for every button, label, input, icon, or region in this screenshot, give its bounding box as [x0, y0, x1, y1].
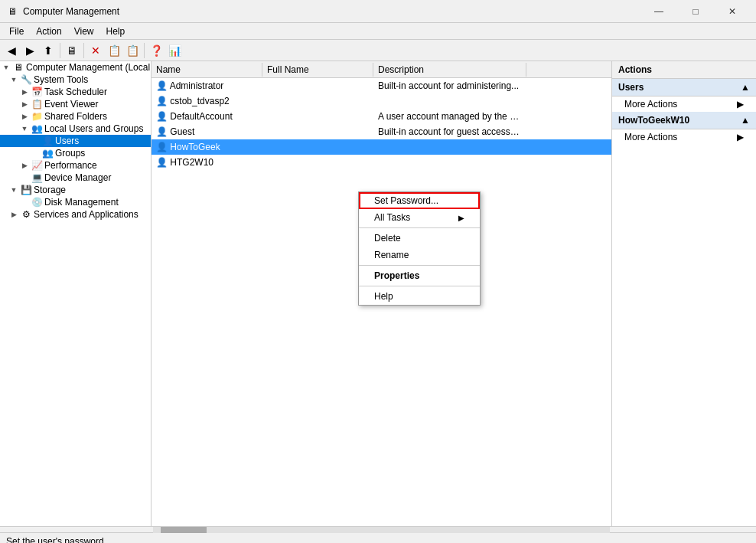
- main-container: ▼ 🖥 Computer Management (Local ▼ 🔧 Syste…: [0, 61, 756, 526]
- table-row[interactable]: 👤 Guest Built-in account for guest acces…: [152, 124, 611, 139]
- context-menu-set-password[interactable]: Set Password...: [359, 192, 480, 209]
- tree-item-taskscheduler[interactable]: ▶ 📅 Task Scheduler: [0, 86, 151, 98]
- table-row[interactable]: 👤 HTG2W10: [152, 155, 611, 170]
- menu-file[interactable]: File: [3, 25, 30, 38]
- tree-item-sharedfolders[interactable]: ▶ 📁 Shared Folders: [0, 110, 151, 123]
- tree-item-services[interactable]: ▶ ⚙ Services and Applications: [0, 208, 151, 221]
- user-icon: 👤: [156, 96, 168, 106]
- user-name: 👤 Administrator: [152, 80, 262, 92]
- actions-section-users[interactable]: Users ▲: [612, 79, 756, 96]
- context-menu-help[interactable]: Help: [359, 288, 480, 305]
- expand-icon: ▶: [8, 211, 20, 218]
- menu-bar: File Action View Help: [0, 23, 756, 40]
- tree-item-storage[interactable]: ▼ 💾 Storage: [0, 184, 151, 196]
- user-description: A user account managed by the s...: [373, 110, 526, 123]
- scroll-area[interactable]: [0, 526, 756, 532]
- tree-item-users[interactable]: 👤 Users: [0, 135, 151, 147]
- app-icon: 🖥: [6, 5, 18, 18]
- table-row[interactable]: 👤 cstob_tdvasp2: [152, 93, 611, 109]
- context-menu-delete[interactable]: Delete: [359, 230, 480, 247]
- context-menu-separator: [359, 286, 480, 286]
- table-row-selected[interactable]: 👤 HowToGeek: [152, 139, 611, 155]
- actions-section-user-chevron: ▲: [741, 115, 750, 126]
- tree-item-root[interactable]: ▼ 🖥 Computer Management (Local: [0, 61, 151, 74]
- tree-label: Performance: [44, 160, 97, 171]
- window-title: Computer Management: [23, 6, 641, 17]
- up-button[interactable]: ⬆: [40, 42, 57, 59]
- back-button[interactable]: ◀: [3, 42, 20, 59]
- expand-icon: ▶: [18, 113, 31, 120]
- tree-item-devicemanager[interactable]: 💻 Device Manager: [0, 172, 151, 184]
- tree-item-localusers[interactable]: ▼ 👥 Local Users and Groups: [0, 123, 151, 135]
- menu-help[interactable]: Help: [100, 25, 132, 38]
- maximize-button[interactable]: □: [678, 0, 713, 23]
- actions-title: Actions: [612, 61, 756, 79]
- tree-icon: 🔧: [20, 74, 32, 85]
- more-actions-arrow-icon: ▶: [737, 99, 744, 110]
- properties-button[interactable]: 📋: [124, 42, 141, 59]
- tree-item-groups[interactable]: 👥 Groups: [0, 147, 151, 159]
- context-menu: Set Password... All Tasks ▶ Delete Renam…: [358, 191, 481, 306]
- tree-label: System Tools: [34, 74, 88, 85]
- tree-label: Services and Applications: [34, 209, 138, 220]
- context-menu-all-tasks[interactable]: All Tasks ▶: [359, 209, 480, 226]
- close-button[interactable]: ✕: [715, 0, 750, 23]
- user-fullname: [262, 100, 373, 102]
- toolbar-sep2: [83, 43, 84, 58]
- actions-section-users-label: Users: [618, 82, 644, 93]
- help-button[interactable]: ❓: [148, 42, 165, 59]
- forward-button[interactable]: ▶: [21, 42, 38, 59]
- tree-item-performance[interactable]: ▶ 📈 Performance: [0, 159, 151, 172]
- scrollbar-thumb[interactable]: [161, 527, 207, 533]
- computer-button[interactable]: 🖥: [64, 42, 80, 59]
- tree-item-systemtools[interactable]: ▼ 🔧 System Tools: [0, 74, 151, 86]
- tree-label: Storage: [34, 185, 66, 195]
- toolbar-sep1: [60, 43, 60, 58]
- tree-icon: 💾: [20, 185, 32, 195]
- user-fullname: [262, 116, 373, 117]
- tree-icon: 👤: [41, 136, 54, 146]
- minimize-button[interactable]: —: [641, 0, 676, 23]
- table-row[interactable]: 👤 DefaultAccount A user account managed …: [152, 109, 611, 124]
- user-name: 👤 HTG2W10: [152, 156, 262, 168]
- context-menu-properties[interactable]: Properties: [359, 267, 480, 284]
- actions-panel: Actions Users ▲ More Actions ▶ HowToGeek…: [611, 61, 756, 526]
- user-icon: 👤: [156, 126, 168, 137]
- user-fullname: [262, 131, 373, 132]
- actions-more-actions-user[interactable]: More Actions ▶: [612, 129, 756, 145]
- list-header: Name Full Name Description: [152, 61, 611, 78]
- status-text: Set the user's password.: [6, 536, 106, 544]
- col-fullname[interactable]: Full Name: [262, 63, 373, 77]
- user-description: [373, 146, 526, 148]
- toolbar: ◀ ▶ ⬆ 🖥 ✕ 📋 📋 ❓ 📊: [0, 40, 756, 61]
- col-name[interactable]: Name: [152, 63, 262, 77]
- menu-action[interactable]: Action: [30, 25, 67, 38]
- delete-button[interactable]: ✕: [87, 42, 104, 59]
- table-row[interactable]: 👤 Administrator Built-in account for adm…: [152, 78, 611, 93]
- chart-button[interactable]: 📊: [166, 42, 183, 59]
- tree-icon: 👥: [31, 123, 43, 134]
- tree-icon: ⚙: [20, 209, 32, 220]
- tree-item-diskmanagement[interactable]: 💿 Disk Management: [0, 196, 151, 208]
- more-actions-arrow-icon2: ▶: [737, 132, 744, 142]
- menu-view[interactable]: View: [68, 25, 100, 38]
- tree-item-eventviewer[interactable]: ▶ 📋 Event Viewer: [0, 98, 151, 110]
- tree-icon: 💿: [31, 197, 43, 208]
- export-button[interactable]: 📋: [106, 42, 122, 59]
- user-fullname: [262, 146, 373, 148]
- expand-icon: ▶: [18, 100, 31, 108]
- horizontal-scrollbar[interactable]: [153, 527, 610, 533]
- expand-icon: ▼: [8, 186, 20, 194]
- tree-label: Task Scheduler: [44, 87, 107, 97]
- user-icon: 👤: [156, 111, 168, 122]
- actions-section-user[interactable]: HowToGeekW10 ▲: [612, 112, 756, 129]
- title-bar: 🖥 Computer Management — □ ✕: [0, 0, 756, 23]
- actions-more-actions-users[interactable]: More Actions ▶: [612, 96, 756, 112]
- content-panel: Name Full Name Description 👤 Administrat…: [152, 61, 611, 526]
- user-name: 👤 Guest: [152, 126, 262, 138]
- tree-icon: 📋: [31, 99, 43, 110]
- tree-icon: 🖥: [12, 62, 24, 73]
- tree-label: Device Manager: [44, 172, 111, 183]
- col-desc[interactable]: Description: [373, 63, 526, 77]
- context-menu-rename[interactable]: Rename: [359, 247, 480, 263]
